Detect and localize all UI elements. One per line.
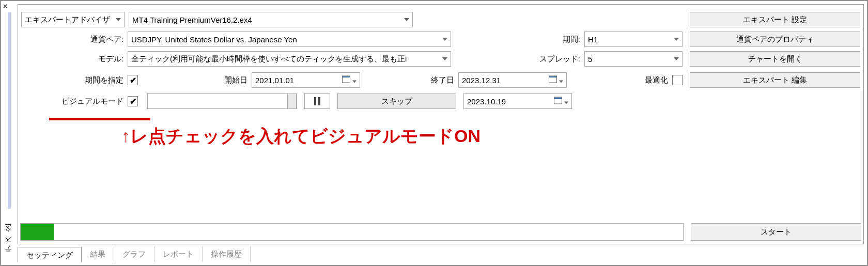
bottom-tabs: セッティング 結果 グラフ レポート 操作履歴 [18,245,251,262]
modify-expert-button[interactable]: エキスパート 編集 [690,72,860,88]
calendar-icon [549,76,563,85]
spread-value: 5 [588,55,592,64]
annotation-underline [49,118,150,120]
use-date-checkbox[interactable] [128,75,138,85]
symbol-value: USDJPY, United States Dollar vs. Japanes… [131,35,297,44]
close-icon[interactable]: × [3,2,7,10]
chevron-down-icon [404,18,409,21]
start-button[interactable]: スタート [691,223,861,241]
symbol-label: 通貨ペア: [21,35,128,44]
spread-combo[interactable]: 5 [584,51,683,67]
chevron-down-icon [674,57,679,60]
visual-date-input[interactable]: 2023.10.19 [463,93,572,109]
progress-fill [21,224,54,240]
model-combo[interactable]: 全ティック(利用可能な最小時間枠を使いすべてのティックを生成する、最も正i [128,51,451,67]
use-date-label: 期間を指定 [21,75,128,85]
optimize-checkbox[interactable] [672,75,683,85]
rail-indicator [8,12,11,209]
tab-report[interactable]: レポート [154,246,203,262]
visual-mode-label: ビジュアルモード [21,97,128,106]
tab-settings[interactable]: セッティング [18,247,82,262]
from-label: 開始日 [215,75,252,85]
model-label: モデル: [21,54,128,64]
chevron-down-icon [442,57,447,60]
annotation-text: ↑レ点チェックを入れてビジュアルモードON [121,124,481,148]
expert-file-value: MT4 Training PremiumVer16.2.ex4 [132,15,252,24]
symbol-combo[interactable]: USDJPY, United States Dollar vs. Japanes… [128,32,451,47]
optimize-label: 最適化 [636,75,672,85]
tab-results[interactable]: 結果 [82,246,114,262]
chevron-down-icon [116,18,121,21]
period-label: 期間: [543,35,584,44]
rail-title: テスター [3,227,12,256]
tab-graph[interactable]: グラフ [114,246,154,262]
chevron-down-icon [442,38,447,41]
period-combo[interactable]: H1 [584,32,683,47]
from-date-value: 2021.01.01 [255,76,294,85]
pause-button[interactable] [304,93,330,109]
pause-bar-icon [318,97,320,105]
calendar-icon [554,97,568,106]
visual-mode-checkbox[interactable] [128,96,138,106]
pause-bar-icon [314,97,316,105]
slider-thumb[interactable] [287,93,297,109]
model-value: 全ティック(利用可能な最小時間枠を使いすべてのティックを生成する、最も正i [131,54,407,64]
expert-file-combo[interactable]: MT4 Training PremiumVer16.2.ex4 [129,12,413,27]
expert-type-label: エキスパートアドバイザ [25,15,110,25]
visual-date-value: 2023.10.19 [467,97,506,106]
symbol-properties-button[interactable]: 通貨ペアのプロパティ [690,32,860,47]
to-date-value: 2023.12.31 [462,76,501,85]
chevron-down-icon [674,38,679,41]
spread-label: スプレッド: [522,54,584,64]
from-date-input[interactable]: 2021.01.01 [252,72,360,88]
period-value: H1 [588,35,598,44]
progress-bar [20,223,684,241]
expert-properties-button[interactable]: エキスパート 設定 [690,12,860,27]
tab-journal[interactable]: 操作履歴 [203,246,251,262]
to-date-input[interactable]: 2023.12.31 [458,72,567,88]
skip-button[interactable]: スキップ [337,93,456,109]
tester-panel: エキスパートアドバイザ MT4 Training PremiumVer16.2.… [18,4,864,244]
expert-type-combo[interactable]: エキスパートアドバイザ [21,12,125,27]
open-chart-button[interactable]: チャートを開く [690,51,860,67]
to-label: 終了日 [422,75,458,85]
calendar-icon [342,76,357,85]
speed-slider[interactable] [147,93,297,109]
side-rail: テスター [2,11,16,259]
